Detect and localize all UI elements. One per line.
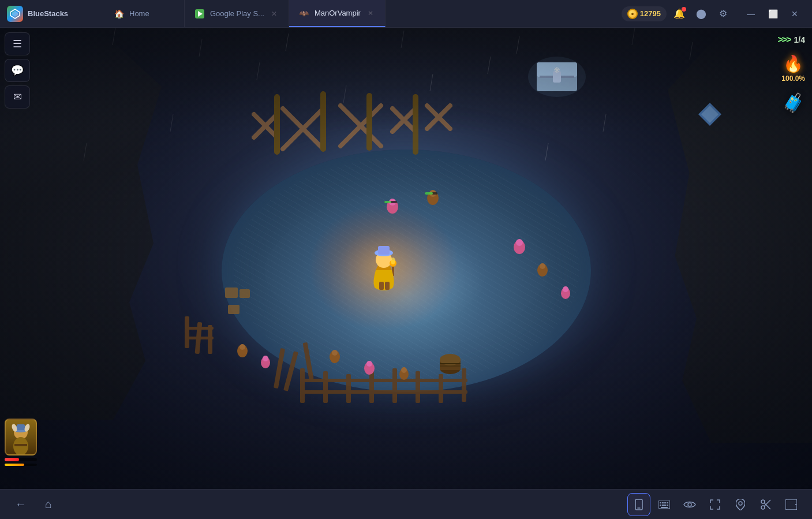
settings-button[interactable]: ⚙ [714,5,732,23]
svg-point-58 [261,357,270,368]
game-area[interactable]: ☰ 💬 ✉ [0,28,812,489]
fullscreen-button[interactable] [704,493,727,516]
back-button[interactable]: ← [9,493,32,516]
notification-button[interactable]: 🔔 [670,5,688,23]
location-button[interactable] [729,493,752,516]
mobile-view-icon [633,499,645,510]
svg-point-110 [13,437,28,454]
chat-button[interactable]: 💬 [5,59,30,82]
app-name-label: BlueStacks [28,9,68,18]
svg-rect-32 [185,316,189,348]
tablet-icon [785,499,797,510]
svg-rect-34 [208,325,212,354]
svg-rect-122 [661,507,668,508]
svg-marker-1 [12,11,18,17]
svg-rect-107 [17,424,25,430]
home-button[interactable]: ⌂ [37,493,60,516]
rock-top [0,28,812,132]
tablet-button[interactable] [780,493,803,516]
logo-area: BlueStacks [0,6,104,22]
coin-icon: ● [627,9,638,19]
fullscreen-icon [710,499,720,510]
svg-rect-115 [660,502,661,503]
svg-line-18 [545,143,548,160]
svg-point-105 [14,425,28,439]
tab-google-play[interactable]: Google Play S... ✕ [185,0,289,27]
svg-rect-33 [195,322,203,354]
bottom-right-controls [627,493,803,516]
notification-dot [682,7,686,12]
bluestacks-logo [7,6,23,22]
svg-point-59 [263,356,268,361]
tab-game[interactable]: 🦇 ManOrVampir ✕ [289,0,386,27]
google-play-tab-label: Google Play S... [210,9,264,18]
svg-line-127 [764,503,770,509]
game-scene: ☰ 💬 ✉ [0,28,812,489]
svg-rect-35 [185,327,214,330]
titlebar: BlueStacks 🏠 Home Google Play S... ✕ 🦇 M… [0,0,812,28]
svg-line-128 [764,500,770,506]
arena [222,150,591,392]
svg-point-124 [739,502,742,505]
svg-rect-121 [667,505,668,506]
location-icon [736,499,745,510]
svg-point-123 [688,503,691,506]
circle-icon-button[interactable]: ⬤ [692,5,710,23]
eye-icon [683,500,696,509]
arena-inner [325,224,487,328]
svg-rect-111 [14,444,27,446]
game-sidebar-left: ☰ 💬 ✉ [5,32,30,109]
mobile-view-button[interactable] [627,493,650,516]
notes-button[interactable]: ☰ [5,32,30,55]
maximize-button[interactable]: ⬜ [762,5,783,23]
window-controls: — ⬜ ✕ [740,5,805,23]
google-play-tab-close[interactable]: ✕ [269,9,279,19]
xp-bar-container [5,464,37,466]
scissors-icon [760,499,772,510]
game-tab-icon: 🦇 [298,8,310,19]
svg-point-106 [13,425,29,432]
close-button[interactable]: ✕ [784,5,805,23]
titlebar-right: ● 12795 🔔 ⬤ ⚙ — ⬜ ✕ [615,5,812,23]
game-tab-label: ManOrVampir [315,9,361,17]
svg-rect-19 [300,368,305,403]
minimize-button[interactable]: — [740,5,761,23]
svg-point-56 [237,345,248,357]
game-tab-close[interactable]: ✕ [365,8,376,18]
xp-bar [5,464,24,466]
svg-rect-36 [185,337,214,339]
svg-rect-119 [660,505,661,506]
keyboard-icon [658,501,670,509]
coin-badge: ● 12795 [622,6,667,21]
keyboard-button[interactable] [653,493,676,516]
tab-home[interactable]: 🏠 Home [104,0,185,27]
health-bar-container [5,458,37,461]
health-bar [5,458,19,461]
player-avatar [5,419,37,455]
svg-rect-117 [664,502,666,503]
player-info [5,419,37,466]
svg-rect-120 [662,505,666,506]
coin-amount: 12795 [640,9,661,18]
play-tab-icon [194,8,205,20]
eye-button[interactable] [678,493,701,516]
svg-rect-116 [662,502,664,503]
home-tab-label: Home [129,9,149,18]
svg-point-57 [240,344,245,350]
mail-button[interactable]: ✉ [5,85,30,109]
bottombar: ← ⌂ [0,489,812,519]
svg-rect-118 [667,502,668,503]
svg-point-108 [11,423,18,432]
svg-point-109 [24,423,31,432]
scissors-button[interactable] [754,493,777,516]
tabs-area: 🏠 Home Google Play S... ✕ 🦇 ManOrVampir … [104,0,615,27]
home-tab-icon: 🏠 [113,8,125,20]
